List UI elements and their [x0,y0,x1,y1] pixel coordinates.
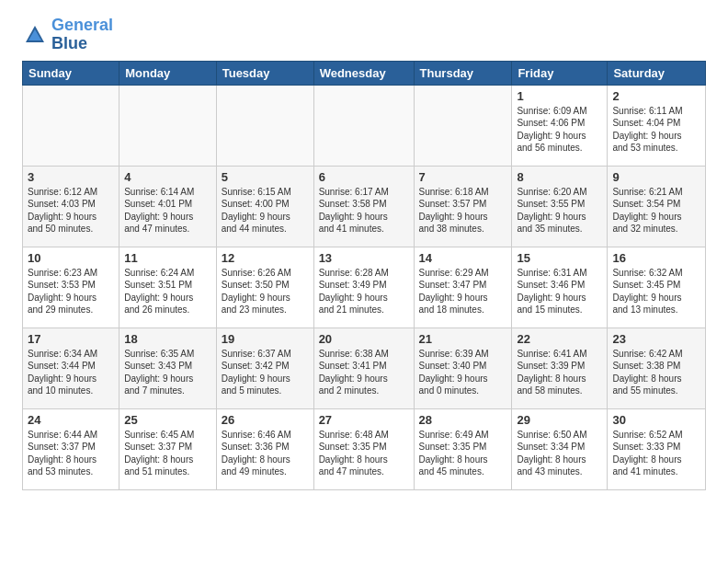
day-info: Sunrise: 6:35 AM Sunset: 3:43 PM Dayligh… [124,348,211,397]
day-info: Sunrise: 6:42 AM Sunset: 3:38 PM Dayligh… [612,348,700,397]
day-info: Sunrise: 6:38 AM Sunset: 3:41 PM Dayligh… [319,348,409,397]
day-number: 24 [28,413,114,427]
calendar-cell: 22Sunrise: 6:41 AM Sunset: 3:39 PM Dayli… [512,327,608,408]
calendar-cell: 29Sunrise: 6:50 AM Sunset: 3:34 PM Dayli… [512,408,608,489]
day-info: Sunrise: 6:49 AM Sunset: 3:35 PM Dayligh… [419,429,507,478]
day-info: Sunrise: 6:45 AM Sunset: 3:37 PM Dayligh… [124,429,211,478]
day-info: Sunrise: 6:17 AM Sunset: 3:58 PM Dayligh… [319,186,409,236]
day-number: 12 [222,251,309,265]
calendar-cell: 3Sunrise: 6:12 AM Sunset: 4:03 PM Daylig… [23,166,119,247]
calendar-row: 24Sunrise: 6:44 AM Sunset: 3:37 PM Dayli… [23,408,706,489]
day-info: Sunrise: 6:12 AM Sunset: 4:03 PM Dayligh… [28,186,114,236]
calendar-cell: 11Sunrise: 6:24 AM Sunset: 3:51 PM Dayli… [119,247,217,327]
day-info: Sunrise: 6:52 AM Sunset: 3:33 PM Dayligh… [612,429,700,478]
calendar-cell: 10Sunrise: 6:23 AM Sunset: 3:53 PM Dayli… [23,247,119,327]
header-monday: Monday [119,61,217,85]
day-info: Sunrise: 6:44 AM Sunset: 3:37 PM Dayligh… [28,429,114,478]
day-info: Sunrise: 6:24 AM Sunset: 3:51 PM Dayligh… [124,267,211,316]
calendar-cell: 19Sunrise: 6:37 AM Sunset: 3:42 PM Dayli… [216,327,313,408]
day-info: Sunrise: 6:37 AM Sunset: 3:42 PM Dayligh… [222,348,309,397]
calendar-table: Sunday Monday Tuesday Wednesday Thursday… [22,61,706,490]
day-number: 1 [517,89,602,103]
day-info: Sunrise: 6:34 AM Sunset: 3:44 PM Dayligh… [28,348,114,397]
logo: General Blue [22,17,113,53]
day-info: Sunrise: 6:26 AM Sunset: 3:50 PM Dayligh… [222,267,309,316]
day-info: Sunrise: 6:14 AM Sunset: 4:01 PM Dayligh… [124,186,211,236]
calendar-cell: 6Sunrise: 6:17 AM Sunset: 3:58 PM Daylig… [313,166,414,247]
day-number: 8 [517,170,602,184]
logo-icon [22,22,48,48]
day-number: 17 [28,332,114,346]
day-number: 11 [124,251,211,265]
calendar-cell [23,85,119,166]
day-number: 30 [612,413,700,427]
calendar-cell [119,85,217,166]
day-info: Sunrise: 6:31 AM Sunset: 3:46 PM Dayligh… [517,267,602,316]
calendar-cell [414,85,512,166]
header-thursday: Thursday [414,61,512,85]
calendar-cell [216,85,313,166]
day-number: 15 [517,251,602,265]
header-sunday: Sunday [23,61,119,85]
calendar-cell: 26Sunrise: 6:46 AM Sunset: 3:36 PM Dayli… [216,408,313,489]
day-info: Sunrise: 6:50 AM Sunset: 3:34 PM Dayligh… [517,429,602,478]
day-number: 18 [124,332,211,346]
header-wednesday: Wednesday [313,61,414,85]
day-number: 23 [612,332,700,346]
calendar-cell: 8Sunrise: 6:20 AM Sunset: 3:55 PM Daylig… [512,166,608,247]
calendar-cell: 16Sunrise: 6:32 AM Sunset: 3:45 PM Dayli… [608,247,706,327]
day-number: 6 [319,170,409,184]
day-number: 5 [222,170,309,184]
day-info: Sunrise: 6:18 AM Sunset: 3:57 PM Dayligh… [419,186,507,236]
day-number: 22 [517,332,602,346]
calendar-cell: 12Sunrise: 6:26 AM Sunset: 3:50 PM Dayli… [216,247,313,327]
day-number: 7 [419,170,507,184]
calendar-cell: 5Sunrise: 6:15 AM Sunset: 4:00 PM Daylig… [216,166,313,247]
calendar-cell: 1Sunrise: 6:09 AM Sunset: 4:06 PM Daylig… [512,85,608,166]
day-number: 25 [124,413,211,427]
day-number: 16 [612,251,700,265]
calendar-cell: 7Sunrise: 6:18 AM Sunset: 3:57 PM Daylig… [414,166,512,247]
calendar-row: 10Sunrise: 6:23 AM Sunset: 3:53 PM Dayli… [23,247,706,327]
day-info: Sunrise: 6:29 AM Sunset: 3:47 PM Dayligh… [419,267,507,316]
day-info: Sunrise: 6:39 AM Sunset: 3:40 PM Dayligh… [419,348,507,397]
day-number: 19 [222,332,309,346]
calendar-cell: 18Sunrise: 6:35 AM Sunset: 3:43 PM Dayli… [119,327,217,408]
header-tuesday: Tuesday [216,61,313,85]
calendar-wrap: Sunday Monday Tuesday Wednesday Thursday… [0,61,728,490]
day-info: Sunrise: 6:23 AM Sunset: 3:53 PM Dayligh… [28,267,114,316]
day-number: 10 [28,251,114,265]
calendar-row: 17Sunrise: 6:34 AM Sunset: 3:44 PM Dayli… [23,327,706,408]
day-number: 26 [222,413,309,427]
calendar-cell: 17Sunrise: 6:34 AM Sunset: 3:44 PM Dayli… [23,327,119,408]
day-number: 27 [319,413,409,427]
day-info: Sunrise: 6:15 AM Sunset: 4:00 PM Dayligh… [222,186,309,236]
calendar-cell: 25Sunrise: 6:45 AM Sunset: 3:37 PM Dayli… [119,408,217,489]
header-friday: Friday [512,61,608,85]
calendar-cell: 27Sunrise: 6:48 AM Sunset: 3:35 PM Dayli… [313,408,414,489]
day-info: Sunrise: 6:46 AM Sunset: 3:36 PM Dayligh… [222,429,309,478]
calendar-header-row: Sunday Monday Tuesday Wednesday Thursday… [23,61,706,85]
calendar-cell: 23Sunrise: 6:42 AM Sunset: 3:38 PM Dayli… [608,327,706,408]
calendar-cell: 24Sunrise: 6:44 AM Sunset: 3:37 PM Dayli… [23,408,119,489]
day-info: Sunrise: 6:41 AM Sunset: 3:39 PM Dayligh… [517,348,602,397]
calendar-cell: 21Sunrise: 6:39 AM Sunset: 3:40 PM Dayli… [414,327,512,408]
day-info: Sunrise: 6:32 AM Sunset: 3:45 PM Dayligh… [612,267,700,316]
header-saturday: Saturday [608,61,706,85]
day-number: 4 [124,170,211,184]
logo-text: General Blue [51,17,113,53]
day-number: 29 [517,413,602,427]
calendar-cell: 9Sunrise: 6:21 AM Sunset: 3:54 PM Daylig… [608,166,706,247]
day-info: Sunrise: 6:48 AM Sunset: 3:35 PM Dayligh… [319,429,409,478]
calendar-cell: 15Sunrise: 6:31 AM Sunset: 3:46 PM Dayli… [512,247,608,327]
calendar-cell: 4Sunrise: 6:14 AM Sunset: 4:01 PM Daylig… [119,166,217,247]
day-number: 20 [319,332,409,346]
calendar-cell: 14Sunrise: 6:29 AM Sunset: 3:47 PM Dayli… [414,247,512,327]
page-header: General Blue [0,0,728,61]
day-number: 21 [419,332,507,346]
day-info: Sunrise: 6:09 AM Sunset: 4:06 PM Dayligh… [517,105,602,155]
calendar-cell: 20Sunrise: 6:38 AM Sunset: 3:41 PM Dayli… [313,327,414,408]
calendar-cell: 28Sunrise: 6:49 AM Sunset: 3:35 PM Dayli… [414,408,512,489]
calendar-cell: 30Sunrise: 6:52 AM Sunset: 3:33 PM Dayli… [608,408,706,489]
day-number: 3 [28,170,114,184]
